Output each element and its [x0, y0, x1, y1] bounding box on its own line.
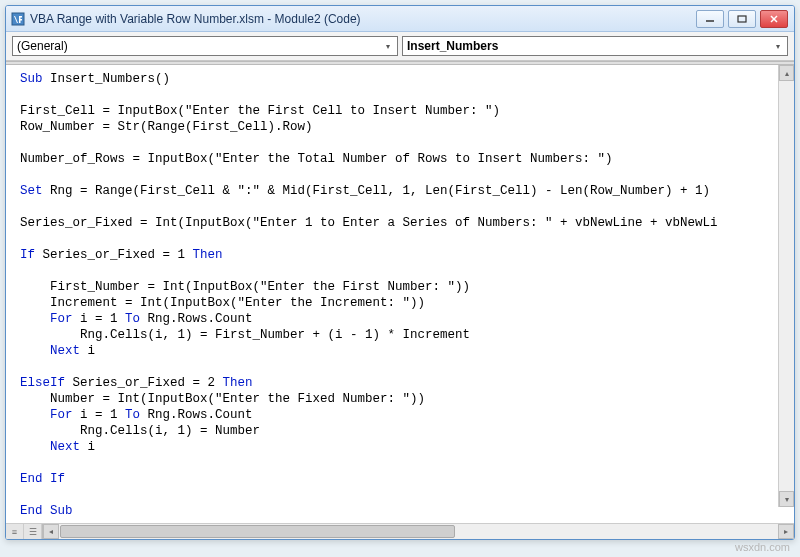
code-text[interactable]: Sub Insert_Numbers() First_Cell = InputB… — [6, 65, 794, 523]
footer-bar: ≡ ☰ ◂ ▸ — [6, 523, 794, 539]
window-title: VBA Range with Variable Row Number.xlsm … — [30, 12, 696, 26]
procedure-dropdown[interactable]: Insert_Numbers ▾ — [402, 36, 788, 56]
minimize-button[interactable] — [696, 10, 724, 28]
close-button[interactable] — [760, 10, 788, 28]
scroll-up-button[interactable]: ▴ — [779, 65, 794, 81]
vba-icon — [10, 11, 26, 27]
procedure-dropdown-value: Insert_Numbers — [407, 39, 498, 53]
view-mode-buttons: ≡ ☰ — [6, 524, 43, 539]
titlebar[interactable]: VBA Range with Variable Row Number.xlsm … — [6, 6, 794, 32]
dropdown-bar: (General) ▾ Insert_Numbers ▾ — [6, 32, 794, 61]
chevron-down-icon: ▾ — [381, 38, 395, 54]
chevron-down-icon: ▾ — [771, 38, 785, 54]
full-module-view-button[interactable]: ☰ — [24, 524, 42, 539]
code-window: VBA Range with Variable Row Number.xlsm … — [5, 5, 795, 540]
svg-rect-0 — [12, 13, 24, 25]
scroll-thumb[interactable] — [60, 525, 455, 538]
svg-rect-2 — [738, 16, 746, 22]
scroll-track[interactable] — [59, 524, 778, 539]
procedure-view-button[interactable]: ≡ — [6, 524, 24, 539]
watermark-text: wsxdn.com — [735, 541, 790, 553]
window-controls — [696, 10, 788, 28]
scroll-down-button[interactable]: ▾ — [779, 491, 794, 507]
object-dropdown[interactable]: (General) ▾ — [12, 36, 398, 56]
object-dropdown-value: (General) — [17, 39, 68, 53]
vertical-scrollbar[interactable]: ▴ ▾ — [778, 65, 794, 507]
horizontal-scrollbar[interactable]: ◂ ▸ — [43, 524, 794, 539]
scroll-left-button[interactable]: ◂ — [43, 524, 59, 539]
maximize-button[interactable] — [728, 10, 756, 28]
scroll-right-button[interactable]: ▸ — [778, 524, 794, 539]
code-editor[interactable]: Sub Insert_Numbers() First_Cell = InputB… — [6, 65, 794, 523]
